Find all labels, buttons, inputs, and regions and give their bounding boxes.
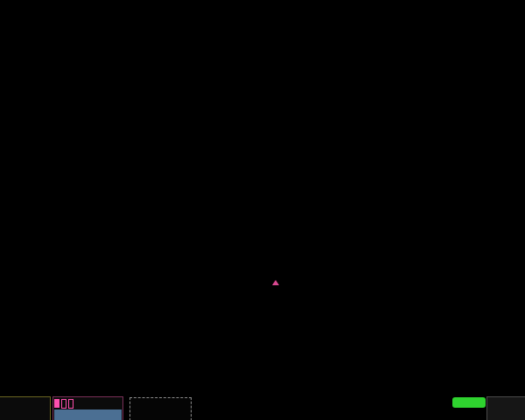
channel-c1-descriptor[interactable]	[0, 396, 51, 420]
channel-c1-scale	[0, 409, 50, 420]
channel-c2-header	[53, 397, 122, 409]
timebase-descriptor[interactable]	[486, 396, 525, 420]
bottom-bar	[0, 396, 525, 420]
waveform-grid[interactable]	[0, 0, 525, 280]
hd-mode-badge	[452, 397, 486, 408]
timebase-value	[487, 398, 525, 400]
channel-c2-coupling-badge	[68, 399, 74, 409]
channel-c2-scale	[54, 410, 122, 420]
add-trace-button[interactable]	[130, 397, 192, 420]
channel-c2-tab[interactable]	[54, 399, 60, 408]
measure-histicons	[0, 377, 525, 396]
channel-c2-eres-badge	[61, 399, 66, 409]
channel-c1-header	[0, 397, 50, 409]
oscilloscope-screen	[0, 0, 525, 420]
channel-c2-descriptor[interactable]	[52, 396, 123, 420]
trigger-position-marker[interactable]	[272, 280, 279, 285]
measure-table	[0, 296, 525, 378]
time-axis	[0, 280, 525, 296]
